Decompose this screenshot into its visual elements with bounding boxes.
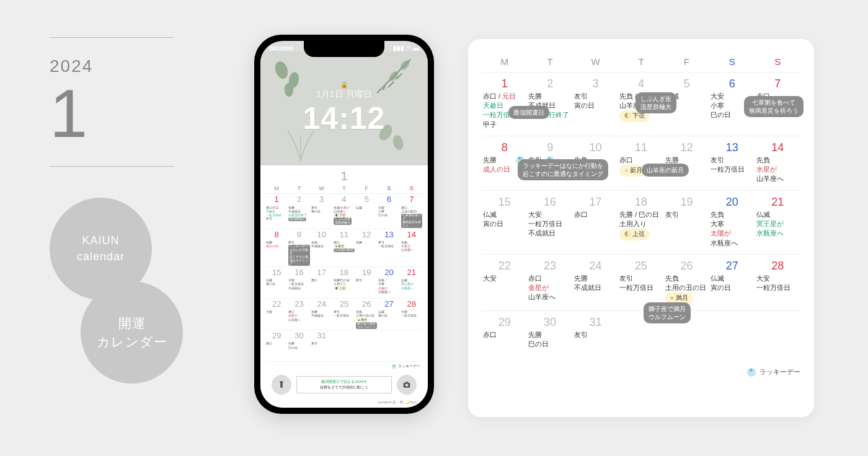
day-cell: [709, 316, 755, 359]
phone-day-cell: 3友引寅の日: [311, 194, 333, 228]
week-row: 29赤口30先勝巳の日31友引: [482, 310, 800, 365]
lock-time: 14:12: [303, 100, 386, 136]
title-circles: KAIUN calendar 開運 カレンダー: [50, 198, 174, 371]
day-cell: 2先勝不成就日水星逆行終了: [527, 77, 572, 129]
wifi-icon: ⌔: [407, 45, 410, 51]
day-cell: 24先勝不成就日: [573, 260, 618, 304]
phone-day-cell: 25友引一粒万倍日: [333, 299, 355, 330]
phone-day-cell: 12先勝: [355, 229, 378, 266]
phone-day-cell: 27仏滅寅の日: [378, 299, 400, 330]
msg-line2: 目標を立てて計画的に動こう: [299, 385, 389, 390]
day-cell: 31友引: [573, 316, 618, 359]
phone-day-cell: [378, 330, 400, 361]
day-cell: 13友引一粒万倍日: [709, 141, 755, 184]
day-cell: 28大安一粒万倍日: [755, 260, 800, 304]
phone-legend: ラッキーデー: [265, 362, 423, 371]
phone-week-row: 1赤口/元日天赦日一粒万倍日甲子2先勝不成就日水星逆行終了最強開運日3友引寅の日…: [265, 194, 423, 229]
phone-day-cell: 22大安: [265, 299, 288, 330]
phone-day-cell: 6大安小寒巳の日: [378, 194, 400, 228]
dow-row: MTWTFSS: [482, 56, 800, 67]
phone-dow-cell: F: [355, 185, 378, 192]
phone-day-cell: 10先負不成就日: [311, 229, 333, 266]
carrier-label: docomo: [269, 45, 293, 51]
tag-nanakusa: 七草粥を食べて無病息災を祈ろう: [744, 96, 804, 117]
message-widget: 最強開運日で始まる2024年 目標を立てて計画的に動こう: [296, 376, 392, 393]
lock-wallpaper: 🔒 1月1日 月曜日 14:12: [260, 51, 428, 165]
circle-jp-line2: カレンダー: [97, 333, 167, 351]
phone-mockup: docomo ▮▮▮ ⌔ ▬ 🔒 1月1日 月曜日 14:12 1 MTWTFS…: [254, 35, 434, 414]
main-calendar: MTWTFSS 1赤口 / 元日天赦日一粒万倍日甲子2先勝不成就日水星逆行終了3…: [468, 39, 814, 417]
lock-screen-center: 🔒 1月1日 月曜日 14:12: [260, 51, 428, 165]
svg-point-8: [405, 384, 409, 387]
phone-day-cell: 9友引ラッキーデーはなにか行動を起こすのに最適なタイミング: [288, 229, 310, 266]
flashlight-button[interactable]: [272, 375, 291, 395]
phone-day-cell: 2先勝不成就日水星逆行終了最強開運日: [288, 194, 310, 228]
phone-day-cell: 26先負土用の丑の日● 満月獅子座で満月ウルフムーン: [355, 299, 378, 330]
phone-day-cell: 23赤口金星が山羊座へ: [288, 299, 310, 330]
phone-week-row: 22大安23赤口金星が山羊座へ24先勝不成就日25友引一粒万倍日26先負土用の丑…: [265, 299, 423, 330]
phone-day-cell: 29赤口: [265, 330, 288, 361]
day-cell: 16大安一粒万倍日不成就日: [527, 196, 572, 248]
battery-icon: ▬: [413, 45, 419, 51]
day-cell: 21仏滅冥王星が水瓶座へ: [755, 196, 800, 248]
signal-icon: ▮▮▮: [393, 45, 404, 51]
phone-day-cell: 1赤口/元日天赦日一粒万倍日甲子: [265, 194, 288, 228]
year-label: 2024: [50, 56, 174, 76]
day-cell: 27仏滅寅の日: [709, 260, 755, 304]
phone-day-cell: 8先勝成人の日: [265, 229, 288, 266]
circle-en-line2: calendar: [77, 249, 125, 265]
camera-button[interactable]: [397, 375, 417, 395]
phone-day-cell: 5仏滅: [355, 194, 378, 228]
week-row: 22大安23赤口金星が山羊座へ24先勝不成就日25友引一粒万倍日26先負土用の丑…: [482, 254, 800, 310]
phone-day-cell: 28大安一粒万倍日: [401, 299, 423, 330]
day-cell: 12先勝: [664, 141, 709, 184]
day-cell: 22大安: [482, 260, 527, 304]
phone-dow-cell: M: [265, 185, 288, 192]
day-cell: 18先勝 / 巳の日土用入り上弦: [618, 196, 663, 248]
phone-week-row: 29赤口30先勝巳の日31友引: [265, 330, 423, 362]
day-cell: 29赤口: [482, 316, 527, 359]
day-cell: 30先勝巳の日: [527, 316, 572, 359]
phone-day-cell: 31友引: [311, 330, 333, 361]
phone-day-cell: 30先勝巳の日: [288, 330, 310, 361]
phone-month-label: 1: [265, 169, 423, 183]
lock-date: 1月1日 月曜日: [316, 89, 371, 100]
day-cell: 11赤口新月: [618, 141, 663, 184]
phone-day-cell: 11赤口● 新月 山羊座の新月: [333, 229, 355, 266]
left-sidebar: 2024 1 KAIUN calendar 開運 カレンダー: [50, 37, 174, 371]
day-cell: 20先負大寒太陽が水瓶座へ: [709, 196, 755, 248]
phone-day-cell: 14先負水星が山羊座へ: [401, 229, 423, 266]
lock-icon: 🔒: [340, 81, 348, 88]
phone-bottom-bar: 最強開運日で始まる2024年 目標を立てて計画的に動こう: [265, 371, 423, 400]
dow-cell: W: [573, 56, 618, 67]
phone-day-cell: 24先勝不成就日: [311, 299, 333, 330]
phone-day-cell: [333, 330, 355, 361]
phone-day-cell: 15仏滅寅の日: [265, 267, 288, 298]
dow-cell: M: [482, 56, 527, 67]
tag-saikyo: 最強開運日: [508, 106, 549, 119]
calendar-legend: ラッキーデー: [482, 367, 800, 377]
circle-kaiun-jp: 開運 カレンダー: [81, 281, 183, 384]
phone-week-row: 8先勝成人の日9友引ラッキーデーはなにか行動を起こすのに最適なタイミング10先負…: [265, 229, 423, 267]
phone-dow-cell: T: [288, 185, 310, 192]
phone-legend-text: ラッキーデー: [398, 364, 420, 368]
phone-day-cell: 17赤口: [311, 267, 333, 298]
day-cell: 3友引寅の日: [573, 77, 618, 129]
phone-day-cell: 21仏滅冥王星が水瓶座へ: [401, 267, 423, 298]
lucky-icon: [747, 368, 756, 377]
circle-en-line1: KAIUN: [82, 233, 119, 248]
day-cell: [755, 316, 800, 359]
dow-cell: T: [527, 56, 572, 67]
phone-day-cell: 19友引: [355, 267, 378, 298]
day-cell: 17赤口: [573, 196, 618, 248]
phone-day-cell: 13友引一粒万倍日: [378, 229, 400, 266]
phone-calendar: 1 MTWTFSS 1赤口/元日天赦日一粒万倍日甲子2先勝不成就日水星逆行終了最…: [260, 165, 428, 408]
status-icons: ▮▮▮ ⌔ ▬: [393, 45, 419, 51]
phone-day-cell: 18先勝/巳の日土用入り◐ 上弦: [333, 267, 355, 298]
phone-dow-cell: S: [378, 185, 400, 192]
dow-cell: S: [755, 56, 800, 67]
dow-cell: F: [664, 56, 709, 67]
phone-day-cell: [401, 330, 423, 361]
phone-day-cell: [355, 330, 378, 361]
circle-jp-line1: 開運: [118, 314, 146, 332]
